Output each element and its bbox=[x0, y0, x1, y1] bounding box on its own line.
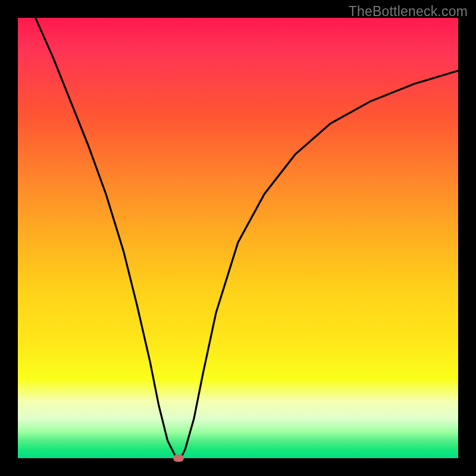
watermark-text: TheBottleneck.com bbox=[349, 4, 468, 20]
minimum-marker bbox=[173, 455, 184, 462]
plot-area bbox=[18, 18, 458, 458]
chart-container: TheBottleneck.com bbox=[0, 0, 476, 476]
line-curve bbox=[18, 18, 458, 458]
